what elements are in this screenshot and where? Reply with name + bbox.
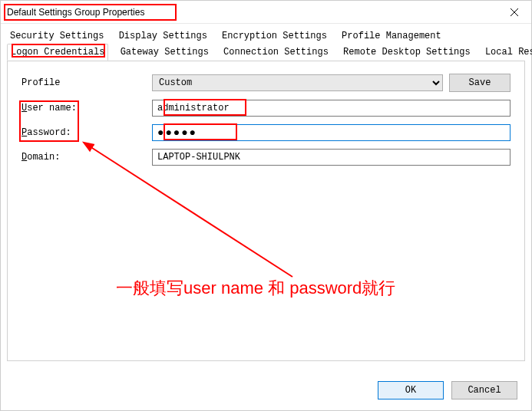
profile-label: Profile: [21, 77, 152, 88]
tab-encryption-settings[interactable]: Encryption Settings: [219, 28, 330, 44]
username-input[interactable]: [152, 100, 511, 117]
tab-security-settings[interactable]: Security Settings: [7, 28, 107, 44]
password-input[interactable]: ●●●●●: [152, 124, 511, 141]
ok-button[interactable]: OK: [378, 381, 444, 399]
close-button[interactable]: [497, 1, 531, 24]
cancel-button[interactable]: Cancel: [451, 381, 517, 399]
domain-input[interactable]: [152, 149, 511, 166]
titlebar: Default Settings Group Properties: [1, 1, 531, 24]
tab-logon-credentials[interactable]: Logon Credentials: [7, 44, 108, 61]
tab-profile-management[interactable]: Profile Management: [339, 28, 444, 44]
password-label: Password:: [21, 127, 152, 138]
profile-select[interactable]: Custom: [152, 74, 443, 91]
dialog-button-row: OK Cancel: [378, 381, 517, 399]
tab-local-resources[interactable]: Local Resources: [482, 44, 532, 60]
domain-label: Domain:: [21, 152, 152, 163]
close-icon: [511, 8, 518, 16]
tab-gateway-settings[interactable]: Gateway Settings: [117, 44, 212, 60]
tab-connection-settings[interactable]: Connection Settings: [220, 44, 332, 60]
username-label: User name:: [21, 103, 152, 113]
tab-strip: Security Settings Display Settings Encry…: [1, 24, 531, 61]
window-title: Default Settings Group Properties: [7, 7, 144, 18]
tab-remote-desktop-settings[interactable]: Remote Desktop Settings: [340, 44, 474, 60]
save-button[interactable]: Save: [449, 74, 511, 92]
tab-panel-logon-credentials: Profile Custom Save User name: Password:…: [7, 61, 525, 361]
tab-display-settings[interactable]: Display Settings: [116, 28, 210, 44]
dialog-window: Default Settings Group Properties Securi…: [0, 0, 532, 411]
